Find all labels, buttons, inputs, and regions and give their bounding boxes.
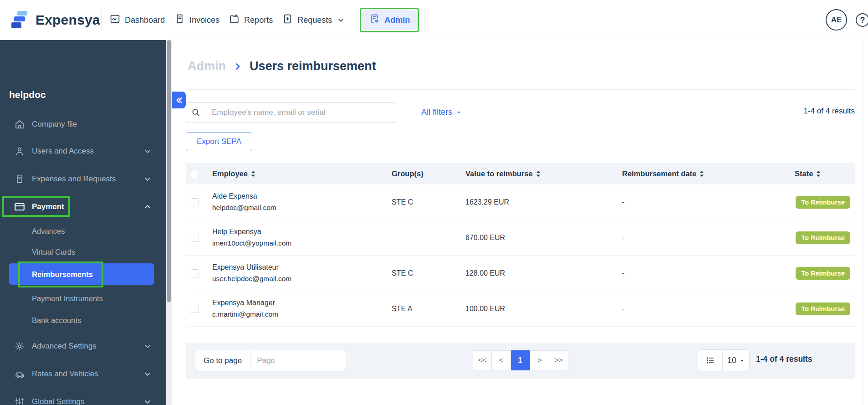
- row-checkbox[interactable]: [186, 305, 204, 313]
- chevron-down-icon: [143, 147, 152, 155]
- sidebar-item-reimbursements[interactable]: Reimbursements: [32, 267, 93, 282]
- table-row[interactable]: Help Expensya imen10oct@yopmail.com 670.…: [186, 220, 855, 256]
- sidebar-item-global-settings[interactable]: Global Settings: [0, 393, 166, 405]
- breadcrumb-parent[interactable]: Admin: [188, 59, 226, 73]
- page-right-divider: [862, 40, 863, 405]
- reports-icon: [229, 13, 240, 27]
- sidebar-item-virtual-cards[interactable]: Virtual Cards: [32, 244, 75, 260]
- prev-page-button[interactable]: <: [492, 350, 511, 370]
- employee-email: c.martini@gmail.com: [212, 309, 392, 320]
- date-cell: -: [622, 305, 795, 313]
- caret-down-icon: [740, 358, 745, 363]
- employee-email: imen10oct@yopmail.com: [212, 238, 392, 249]
- column-header-date[interactable]: Reimbursement date: [622, 169, 795, 178]
- sidebar-item-label: Virtual Cards: [32, 248, 75, 256]
- car-icon: [14, 369, 26, 380]
- column-header-groups[interactable]: Group(s): [392, 169, 465, 178]
- avatar[interactable]: AE: [826, 9, 847, 31]
- topnav: Dashboard Invoices Repor: [109, 0, 419, 40]
- sidebar-item-payment[interactable]: Payment: [0, 198, 166, 216]
- expensya-logo-icon: [11, 9, 30, 31]
- first-page-button[interactable]: <<: [473, 350, 492, 370]
- groups-cell: STE A: [392, 305, 465, 313]
- page-size-select[interactable]: 10: [723, 350, 749, 371]
- nav-item-dashboard[interactable]: Dashboard: [109, 13, 165, 27]
- sidebar-item-label: Advanced Settings: [32, 342, 97, 351]
- help-icon[interactable]: ?: [856, 13, 868, 27]
- nav-item-admin[interactable]: Admin: [362, 10, 417, 30]
- page-size-control: 10: [698, 349, 750, 371]
- sidebar-item-label: Global Settings: [32, 397, 84, 405]
- sidebar-item-label: Payment: [32, 202, 64, 211]
- nav-item-requests[interactable]: Requests: [282, 13, 344, 27]
- top-navigation-bar: Expensya Dashboard: [0, 0, 868, 40]
- sidebar-collapse-button[interactable]: [172, 92, 186, 108]
- sidebar-item-bank-accounts[interactable]: Bank accounts: [32, 313, 81, 328]
- column-label: Employee: [212, 169, 248, 178]
- date-cell: -: [622, 198, 795, 206]
- company-name: helpdoc: [9, 89, 46, 100]
- goto-page-label: Go to page: [195, 350, 250, 371]
- list-icon[interactable]: [698, 350, 723, 371]
- sidebar-item-advanced-settings[interactable]: Advanced Settings: [0, 337, 166, 355]
- sidebar-item-payment-instruments[interactable]: Payment Instruments: [32, 291, 103, 306]
- pager: << < 1 > >>: [473, 350, 568, 370]
- row-checkbox[interactable]: [186, 234, 204, 242]
- value-cell: 128.00 EUR: [465, 269, 622, 277]
- sort-icon: [251, 170, 255, 177]
- chevron-down-icon: [143, 175, 152, 183]
- sidebar-item-advances[interactable]: Advances: [32, 223, 65, 239]
- column-header-employee[interactable]: Employee: [204, 169, 392, 178]
- receipt-icon: [14, 174, 26, 185]
- sidebar-item-label: Company file: [32, 120, 77, 129]
- expensya-app: Expensya Dashboard: [0, 0, 868, 405]
- dashboard-icon: [109, 13, 121, 27]
- employee-email: user.helpdoc@gmail.com: [212, 273, 392, 284]
- sidebar-item-users-and-access[interactable]: Users and Access: [0, 142, 166, 160]
- value-cell: 670.00 EUR: [465, 234, 622, 242]
- results-summary-footer: 1-4 of 4 results: [756, 354, 812, 364]
- column-header-value[interactable]: Value to reimburse: [465, 169, 622, 178]
- select-all-checkbox[interactable]: [186, 170, 204, 178]
- chevron-down-icon: [143, 370, 152, 378]
- goto-page-control: Go to page: [195, 350, 346, 371]
- date-cell: -: [622, 269, 795, 277]
- sidebar-item-company-file[interactable]: Company file: [0, 115, 166, 133]
- sidebar-scrollbar[interactable]: [166, 40, 172, 405]
- status-badge: To Reimburse: [796, 231, 850, 244]
- double-chevron-left-icon: [174, 96, 184, 105]
- row-checkbox[interactable]: [186, 269, 204, 277]
- next-page-button[interactable]: >: [530, 350, 549, 370]
- export-sepa-button[interactable]: Export SEPA: [186, 132, 252, 151]
- caret-down-icon: [456, 109, 462, 115]
- nav-item-reports[interactable]: Reports: [229, 13, 273, 27]
- expensya-logo[interactable]: Expensya: [11, 9, 100, 31]
- table-row[interactable]: Expensya Manager c.martini@gmail.com STE…: [186, 291, 855, 327]
- last-page-button[interactable]: >>: [549, 350, 568, 370]
- table-row[interactable]: Expensya Utilisateur user.helpdoc@gmail.…: [186, 256, 855, 291]
- brand-name: Expensya: [36, 12, 100, 28]
- status-badge: To Reimburse: [796, 196, 850, 209]
- sidebar-scrollbar-thumb[interactable]: [167, 40, 171, 302]
- column-label: State: [795, 169, 813, 178]
- row-checkbox[interactable]: [186, 198, 204, 206]
- status-badge: To Reimburse: [796, 267, 850, 280]
- table-row[interactable]: Aide Expensa helpdoc@gmail.com STE C 162…: [186, 185, 855, 220]
- current-page-button[interactable]: 1: [511, 350, 530, 370]
- column-header-state[interactable]: State: [795, 169, 855, 178]
- groups-cell: STE C: [392, 269, 465, 277]
- all-filters-dropdown[interactable]: All filters: [421, 108, 462, 117]
- goto-page-input[interactable]: [250, 356, 346, 365]
- requests-icon: [282, 13, 293, 27]
- nav-item-invoices[interactable]: Invoices: [174, 13, 220, 27]
- breadcrumb-divider: [188, 89, 855, 90]
- search-input[interactable]: [205, 108, 396, 117]
- sidebar-item-expenses-and-requests[interactable]: Expenses and Requests: [0, 170, 166, 188]
- breadcrumb: Admin Users reimbursement: [188, 59, 376, 73]
- avatar-initials: AE: [831, 15, 842, 25]
- main-content: Admin Users reimbursement All filters 1-…: [172, 40, 868, 405]
- sidebar-item-label: Payment Instruments: [32, 294, 103, 303]
- employee-email: helpdoc@gmail.com: [212, 202, 392, 213]
- sidebar-item-rates-and-vehicles[interactable]: Rates and Vehicles: [0, 365, 166, 383]
- page-size-value: 10: [727, 356, 736, 365]
